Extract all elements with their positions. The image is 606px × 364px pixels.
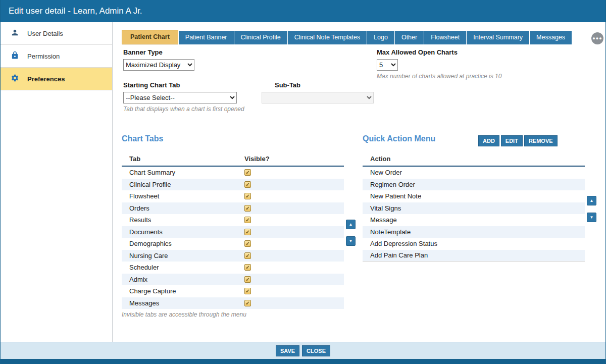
remove-button[interactable]: REMOVE: [524, 135, 558, 146]
tab[interactable]: Flowsheet: [424, 31, 466, 44]
banner-type-group: Banner Type Maximized Display: [123, 48, 194, 71]
edit-button[interactable]: EDIT: [501, 135, 523, 146]
chart-tabs-title: Chart Tabs: [122, 134, 163, 143]
chart-tab-name: Results: [129, 216, 244, 224]
sidebar-item-label: User Details: [27, 30, 63, 37]
column-header-tab: Tab: [129, 155, 244, 163]
tab[interactable]: Messages: [530, 31, 572, 44]
quick-action-header-row: Action: [363, 152, 585, 167]
tab[interactable]: Patient Chart: [122, 30, 178, 44]
tab[interactable]: Clinical Note Templates: [288, 31, 367, 44]
tab[interactable]: Clinical Profile: [234, 31, 287, 44]
visible-checkbox[interactable]: [244, 252, 251, 259]
visible-checkbox[interactable]: [244, 181, 251, 188]
chart-tab-row: Results: [122, 214, 344, 226]
visible-checkbox[interactable]: [244, 264, 251, 271]
quick-action-row[interactable]: New Order: [363, 167, 585, 179]
overflow-menu-button[interactable]: ●●●: [591, 32, 603, 44]
chart-tab-name: Flowsheet: [129, 192, 244, 200]
sidebar-item-label: Permission: [27, 53, 60, 60]
visible-checkbox[interactable]: [244, 205, 251, 212]
chart-tabs-header-row: Tab Visible?: [122, 152, 344, 167]
chart-tab-row: Documents: [122, 226, 344, 238]
visible-checkbox[interactable]: [244, 169, 251, 176]
save-button[interactable]: SAVE: [276, 345, 299, 356]
sub-tab-select[interactable]: [262, 92, 374, 103]
tab[interactable]: Patient Banner: [179, 31, 234, 44]
quick-action-row[interactable]: NoteTemplate: [363, 226, 585, 238]
gear-icon: [11, 74, 19, 84]
chart-tab-row: Charge Capture: [122, 285, 344, 297]
quick-action-row[interactable]: Message: [363, 214, 585, 226]
chart-tabs-scroll-down-button[interactable]: ▼: [346, 236, 356, 246]
page-title: Edit user detail - Learn, Admin A Jr.: [9, 6, 142, 16]
sub-tab-group: Sub-Tab: [262, 81, 374, 103]
quick-action-row[interactable]: New Patient Note: [363, 190, 585, 202]
quick-action-table: Action New Order Regimen Order New Patie…: [363, 152, 585, 262]
visible-checkbox[interactable]: [244, 288, 251, 294]
app-body: User Details Permission Preferences Pati…: [1, 22, 605, 342]
quick-action-scroll-up-button[interactable]: ▲: [587, 196, 596, 205]
chart-tab-name: Scheduler: [129, 264, 244, 271]
quick-action-row[interactable]: Vital Signs: [363, 202, 585, 215]
quick-action-buttons: ADD EDIT REMOVE: [478, 135, 558, 146]
chart-tab-name: Demographics: [129, 240, 244, 247]
ellipsis-icon: ●●●: [592, 36, 602, 41]
footer-bar: SAVE CLOSE: [1, 342, 605, 359]
chart-tabs-table: Tab Visible? Chart Summary Clinical Prof…: [122, 152, 344, 309]
chart-tab-name: Admix: [129, 276, 244, 283]
chart-tab-row: Scheduler: [122, 262, 344, 274]
banner-type-select[interactable]: Maximized Display: [123, 59, 194, 71]
visible-checkbox[interactable]: [244, 193, 251, 199]
visible-checkbox[interactable]: [244, 229, 251, 235]
chart-tab-name: Orders: [129, 204, 244, 212]
chart-tab-row: Nursing Care: [122, 250, 344, 262]
quick-action-scroll-down-button[interactable]: ▼: [587, 213, 596, 222]
chart-tab-name: Clinical Profile: [129, 181, 244, 188]
starting-chart-tab-note: Tab that displays when a chart is first …: [123, 106, 244, 113]
arrow-down-icon: ▼: [349, 239, 353, 243]
chart-tabs-note: Invisible tabs are accessible through th…: [122, 311, 246, 319]
tab[interactable]: Interval Summary: [467, 31, 529, 44]
chart-tab-row: Messages: [122, 297, 344, 309]
chart-tab-row: Clinical Profile: [122, 179, 344, 191]
quick-action-row[interactable]: Regimen Order: [363, 179, 585, 191]
max-open-charts-note: Max number of charts allowed at practice…: [377, 73, 501, 80]
chart-tab-name: Chart Summary: [129, 169, 244, 176]
chart-tabs-scroll-up-button[interactable]: ▲: [346, 220, 356, 229]
tab[interactable]: Other: [395, 31, 424, 44]
chart-tab-name: Messages: [129, 299, 244, 307]
chart-tab-row: Flowsheet: [122, 190, 344, 202]
sidebar-item-user-details[interactable]: User Details: [1, 22, 112, 45]
visible-checkbox[interactable]: [244, 240, 251, 247]
starting-chart-tab-group: Starting Chart Tab --Please Select-- Tab…: [123, 81, 244, 113]
chart-tab-name: Charge Capture: [129, 287, 244, 295]
max-open-charts-select[interactable]: 5: [377, 59, 398, 71]
quick-action-row[interactable]: Add Pain Care Plan: [363, 250, 585, 262]
sidebar-item-permission[interactable]: Permission: [1, 45, 112, 68]
tab[interactable]: Logo: [367, 31, 394, 44]
main-panel: Patient ChartPatient BannerClinical Prof…: [113, 22, 605, 342]
chart-tab-row: Chart Summary: [122, 167, 344, 179]
add-button[interactable]: ADD: [478, 135, 499, 146]
visible-checkbox[interactable]: [244, 300, 251, 306]
visible-checkbox[interactable]: [244, 276, 251, 283]
sidebar-item-preferences[interactable]: Preferences: [1, 68, 112, 90]
starting-chart-tab-label: Starting Chart Tab: [123, 81, 244, 89]
quick-action-row[interactable]: Add Depression Status: [363, 238, 585, 250]
arrow-down-icon: ▼: [590, 215, 594, 220]
footer-strip: [1, 359, 605, 364]
visible-checkbox[interactable]: [244, 217, 251, 223]
quick-action-label: Add Depression Status: [370, 240, 437, 247]
chart-tab-row: Orders: [122, 202, 344, 215]
quick-action-label: Add Pain Care Plan: [370, 251, 428, 259]
column-header-action: Action: [370, 155, 390, 163]
chart-tab-name: Documents: [129, 228, 244, 236]
sidebar-item-label: Preferences: [27, 75, 65, 83]
starting-chart-tab-select[interactable]: --Please Select--: [123, 92, 237, 103]
sub-tab-label: Sub-Tab: [275, 81, 374, 89]
quick-action-rows: New Order Regimen Order New Patient Note…: [363, 167, 585, 262]
chart-tab-row: Demographics: [122, 238, 344, 250]
banner-type-label: Banner Type: [123, 48, 194, 57]
close-button[interactable]: CLOSE: [302, 345, 330, 356]
